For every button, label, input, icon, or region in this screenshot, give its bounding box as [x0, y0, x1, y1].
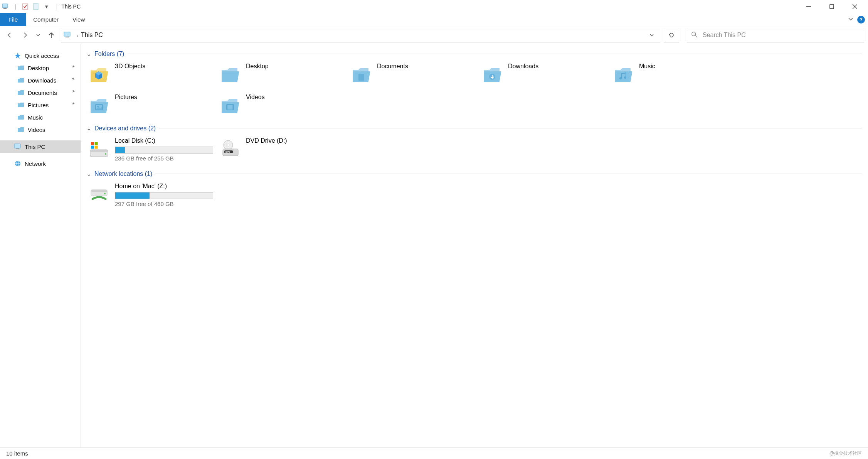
folder-item[interactable]: Downloads [479, 61, 611, 90]
folder-icon [89, 65, 109, 86]
sidebar-quick-access[interactable]: Quick access [0, 49, 81, 62]
folder-item[interactable]: Desktop [217, 61, 348, 90]
folder-icon [17, 89, 25, 96]
network-drive-icon [89, 183, 109, 204]
svg-rect-32 [95, 146, 98, 149]
search-box[interactable] [687, 28, 864, 42]
sidebar-item-label: Downloads [28, 77, 56, 84]
properties-icon[interactable] [21, 2, 29, 11]
folder-icon [17, 101, 25, 108]
group-header-network[interactable]: ⌄ Network locations (1) [86, 170, 862, 177]
svg-point-22 [97, 106, 99, 107]
back-button[interactable] [4, 29, 15, 41]
minimize-button[interactable] [797, 0, 820, 13]
sidebar-item-label: Quick access [25, 52, 59, 59]
group-header-folders[interactable]: ⌄ Folders (7) [86, 50, 862, 57]
folder-icon [89, 96, 109, 116]
drive-item[interactable]: Local Disk (C:) 236 GB free of 255 GB [86, 135, 217, 164]
star-icon [14, 52, 22, 59]
sidebar-item[interactable]: Desktop [0, 62, 81, 74]
sidebar-item-label: Network [25, 160, 46, 167]
chevron-down-icon: ⌄ [86, 125, 91, 132]
group-count: (7) [117, 51, 124, 57]
drive-name: DVD Drive (D:) [246, 137, 346, 144]
svg-rect-9 [66, 37, 69, 37]
folder-label: Pictures [115, 94, 137, 101]
help-icon[interactable]: ? [857, 16, 865, 24]
network-drive-item[interactable]: Home on 'Mac' (Z:) 297 GB free of 460 GB [86, 181, 217, 209]
sidebar-this-pc[interactable]: This PC [0, 140, 81, 153]
breadcrumb-separator-icon[interactable]: › [77, 32, 79, 39]
file-tab[interactable]: File [0, 13, 26, 26]
svg-rect-8 [64, 32, 70, 36]
capacity-bar [115, 147, 213, 154]
folder-icon [17, 64, 25, 71]
refresh-button[interactable] [664, 28, 679, 42]
group-label: Devices and drives [94, 125, 146, 132]
computer-tab[interactable]: Computer [26, 13, 66, 26]
maximize-button[interactable] [820, 0, 843, 13]
svg-rect-13 [16, 148, 19, 149]
svg-rect-30 [95, 142, 98, 145]
ribbon: File Computer View ? [0, 13, 868, 26]
separator: | [56, 3, 57, 10]
drive-free-text: 236 GB free of 255 GB [115, 155, 215, 162]
svg-point-40 [104, 193, 106, 194]
group-header-drives[interactable]: ⌄ Devices and drives (2) [86, 125, 862, 132]
view-tab[interactable]: View [66, 13, 92, 26]
svg-rect-31 [91, 146, 94, 149]
svg-point-20 [624, 76, 626, 79]
folder-icon [613, 65, 634, 86]
group-count: (2) [148, 125, 156, 132]
sidebar-network[interactable]: Network [0, 157, 81, 170]
svg-rect-0 [2, 4, 8, 8]
folder-item[interactable]: Documents [348, 61, 479, 90]
folder-icon [17, 114, 25, 121]
sidebar-item[interactable]: Downloads [0, 74, 81, 86]
qat-dropdown-icon[interactable]: ▾ [42, 2, 51, 11]
sidebar-item[interactable]: Music [0, 111, 81, 123]
folder-item[interactable]: Videos [217, 91, 348, 121]
svg-rect-25 [232, 105, 234, 110]
sidebar-item-label: This PC [25, 143, 45, 150]
window-title: This PC [61, 3, 81, 10]
capacity-bar [115, 192, 213, 199]
sidebar-item[interactable]: Documents [0, 86, 81, 99]
title-bar: | ▾ | This PC [0, 0, 868, 13]
folder-icon [482, 65, 503, 86]
folder-label: Downloads [508, 63, 538, 70]
svg-rect-5 [830, 5, 834, 8]
close-button[interactable] [843, 0, 866, 13]
sidebar-item[interactable]: Videos [0, 123, 81, 136]
svg-point-19 [619, 77, 622, 79]
address-bar[interactable]: › This PC [61, 28, 660, 42]
sidebar-item-label: Music [28, 114, 43, 121]
folder-icon [17, 77, 25, 84]
new-folder-icon[interactable] [32, 2, 40, 11]
breadcrumb-segment[interactable]: This PC [81, 32, 103, 39]
recent-dropdown-icon[interactable] [35, 29, 42, 41]
folder-icon [220, 65, 241, 86]
address-dropdown-icon[interactable] [646, 33, 658, 37]
up-button[interactable] [45, 29, 57, 41]
pc-icon [14, 143, 22, 150]
svg-rect-29 [91, 142, 94, 145]
pin-icon [71, 65, 76, 71]
svg-rect-39 [91, 190, 107, 192]
folder-item[interactable]: Music [611, 61, 742, 90]
search-input[interactable] [703, 32, 860, 39]
network-icon [14, 160, 22, 167]
forward-button[interactable] [19, 29, 31, 41]
group-label: Network locations [94, 170, 143, 177]
status-bar: 10 items @掘金技术社区 [0, 447, 868, 459]
chevron-down-icon: ⌄ [86, 170, 91, 177]
folder-label: Videos [246, 94, 265, 101]
chevron-down-icon: ⌄ [86, 50, 91, 57]
folder-item[interactable]: Pictures [86, 91, 217, 121]
ribbon-expand-icon[interactable] [848, 16, 853, 23]
svg-text:DVD: DVD [225, 151, 230, 153]
group-label: Folders [94, 51, 115, 57]
sidebar-item[interactable]: Pictures [0, 99, 81, 111]
folder-item[interactable]: 3D Objects [86, 61, 217, 90]
drive-item[interactable]: DVD DVD Drive (D:) [217, 135, 348, 164]
